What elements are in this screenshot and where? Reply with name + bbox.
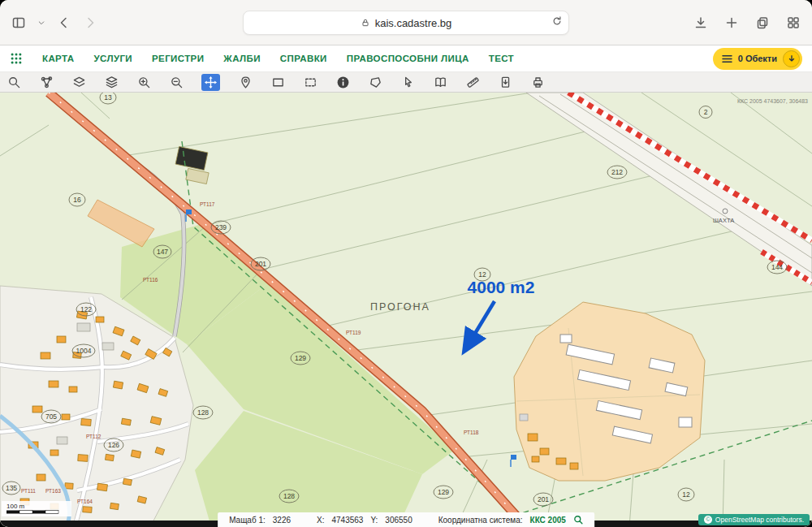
nav-item-karta[interactable]: КАРТА (42, 54, 74, 63)
nav-item-pravosposobni-litsa[interactable]: ПРАВОСПОСОБНИ ЛИЦА (347, 54, 469, 63)
scale-label: Мащаб 1: (229, 516, 266, 525)
search-tool[interactable] (6, 75, 21, 89)
scale-bar: 100 m (2, 501, 71, 516)
scale-bar-label: 100 m (6, 503, 25, 510)
export-tool[interactable] (498, 75, 512, 89)
tab-overview-icon[interactable] (786, 15, 801, 30)
browser-toolbar: kais.cadastre.bg (0, 0, 812, 45)
svg-text:201: 201 (255, 260, 266, 268)
polygon-select-tool[interactable] (368, 75, 382, 89)
info-tool[interactable] (335, 75, 350, 89)
svg-text:128: 128 (283, 492, 295, 500)
svg-text:122: 122 (80, 305, 92, 313)
svg-text:126: 126 (108, 441, 119, 449)
statusbar-search-icon[interactable] (573, 515, 583, 525)
sidebar-toggle-icon[interactable] (11, 15, 26, 30)
legend-tool[interactable] (433, 75, 447, 89)
svg-text:2: 2 (704, 108, 708, 116)
objects-badge[interactable]: 0 Обекти (713, 48, 802, 70)
svg-text:147: 147 (157, 248, 168, 256)
url-text: kais.cadastre.bg (375, 17, 452, 29)
apps-grid-icon[interactable] (10, 52, 23, 65)
nav-item-uslugi[interactable]: УСЛУГИ (93, 54, 132, 63)
svg-text:129: 129 (295, 354, 306, 362)
svg-text:12: 12 (682, 490, 690, 499)
y-value: 306550 (385, 516, 412, 525)
reload-icon[interactable] (551, 15, 563, 27)
measure-tool[interactable] (465, 75, 480, 89)
pointer-tool[interactable] (400, 75, 415, 89)
layer-visibility-tool[interactable] (71, 75, 86, 89)
corner-coordinates: ККС 2005 4743607, 306483 (737, 98, 808, 104)
area-annotation-text: 4000 m2 (468, 278, 535, 296)
map-toolbar (0, 72, 812, 93)
forward-button[interactable] (83, 15, 97, 30)
nav-item-test[interactable]: ТЕСТ (489, 54, 514, 63)
svg-text:РТ112: РТ112 (86, 434, 102, 439)
rectangle-select-tool[interactable] (270, 75, 285, 89)
objects-expand-button[interactable] (783, 50, 800, 67)
nav-item-spravki[interactable]: СПРАВКИ (280, 54, 327, 63)
browser-window: kais.cadastre.bg (0, 0, 812, 527)
address-bar[interactable]: kais.cadastre.bg (243, 11, 569, 35)
svg-text:239: 239 (215, 223, 227, 231)
svg-text:РТ111: РТ111 (21, 488, 36, 494)
zoom-in-tool[interactable] (136, 75, 151, 89)
crs-value: ККС 2005 (530, 516, 566, 525)
map-statusbar: Мащаб 1: 3226 X: 4743563 Y: 306550 Коорд… (218, 512, 594, 527)
svg-text:129: 129 (438, 488, 449, 496)
scale-value: 3226 (273, 516, 291, 525)
objects-count: 0 Обекти (738, 54, 777, 63)
downloads-icon[interactable] (693, 15, 708, 30)
location-pin-tool[interactable] (238, 75, 253, 89)
svg-text:РТ163: РТ163 (45, 488, 61, 494)
print-tool[interactable] (530, 75, 545, 89)
shaft-label: ШАХТА (713, 217, 734, 224)
nav-item-registri[interactable]: РЕГИСТРИ (152, 54, 204, 63)
region-label: ПРОГОНА (370, 301, 430, 313)
lock-icon (361, 18, 370, 28)
layers-tool[interactable] (104, 75, 119, 89)
pan-tool[interactable] (201, 74, 220, 91)
svg-text:201: 201 (538, 495, 549, 503)
svg-text:16: 16 (73, 196, 81, 204)
svg-text:705: 705 (45, 413, 57, 421)
x-label: X: (317, 516, 324, 525)
svg-text:РТ119: РТ119 (346, 330, 361, 335)
osm-attribution[interactable]: © OpenStreetMap contributors. (698, 514, 810, 525)
osm-attribution-text: OpenStreetMap contributors. (715, 516, 804, 524)
map-canvas[interactable]: ШАХТА (0, 93, 812, 527)
nav-item-zhalbi[interactable]: ЖАЛБИ (223, 54, 260, 63)
svg-text:128: 128 (197, 408, 209, 417)
arrow-down-icon (788, 54, 796, 63)
svg-text:РТ117: РТ117 (200, 201, 215, 207)
svg-text:РТ116: РТ116 (143, 277, 158, 283)
svg-text:212: 212 (611, 168, 623, 176)
svg-text:13: 13 (104, 93, 112, 102)
x-value: 4743563 (331, 516, 363, 525)
zoom-out-tool[interactable] (169, 75, 184, 89)
y-label: Y: (370, 516, 378, 525)
back-button[interactable] (57, 15, 71, 30)
site-navbar: КАРТА УСЛУГИ РЕГИСТРИ ЖАЛБИ СПРАВКИ ПРАВ… (0, 45, 812, 72)
copy-tabs-icon[interactable] (755, 15, 770, 30)
svg-text:РТ118: РТ118 (464, 430, 479, 435)
network-tool[interactable] (39, 75, 54, 89)
rectangle-dashed-select-tool[interactable] (303, 75, 317, 89)
new-tab-icon[interactable] (724, 15, 739, 30)
chevron-down-icon[interactable] (37, 19, 45, 27)
svg-text:144: 144 (771, 263, 783, 271)
hamburger-icon (722, 54, 732, 63)
crs-label: Координатна система: (438, 516, 523, 525)
svg-text:РТ164: РТ164 (77, 499, 93, 504)
copyright-icon: © (704, 516, 712, 524)
svg-text:1004: 1004 (76, 347, 92, 355)
svg-text:135: 135 (6, 484, 17, 492)
